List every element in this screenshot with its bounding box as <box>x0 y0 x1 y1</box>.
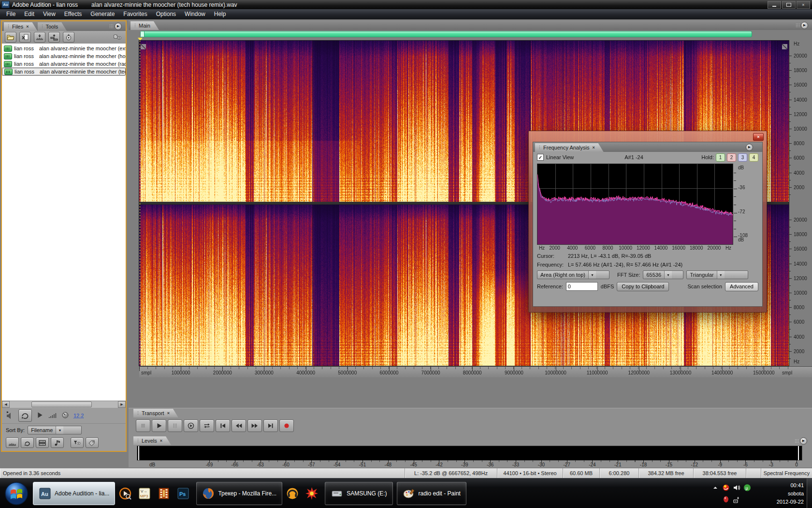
selection-grip-icon[interactable] <box>141 44 146 49</box>
tab-main[interactable]: Main <box>130 21 159 30</box>
selection-grip-icon[interactable] <box>782 44 787 49</box>
display-options-button[interactable] <box>112 32 123 42</box>
tab-levels[interactable]: Levels × <box>133 436 171 445</box>
show-audio-files-button[interactable] <box>6 437 19 448</box>
movie-clip-icon[interactable] <box>158 487 170 500</box>
hold-button-1[interactable]: 1 <box>716 153 725 162</box>
go-to-end-button[interactable] <box>263 419 278 432</box>
tab-close-icon[interactable]: × <box>592 145 594 150</box>
stop-button[interactable] <box>136 419 150 432</box>
fft-size-select[interactable]: 65536 ▼ <box>643 270 683 279</box>
menu-view[interactable]: View <box>39 9 60 19</box>
chevron-down-icon[interactable]: ▼ <box>588 271 596 279</box>
taskbar-button-audition[interactable]: AuAdobe Audition - lia... <box>33 482 115 505</box>
extract-audio-button[interactable] <box>63 32 74 43</box>
close-file-button[interactable] <box>19 32 31 43</box>
taskbar-button-firefox[interactable]: Трекер - Mozilla Fire... <box>196 482 282 505</box>
show-loop-files-button[interactable] <box>21 437 34 448</box>
file-list-item[interactable]: lian rossalan alvarez-minnie the moocher… <box>2 52 126 60</box>
menu-window[interactable]: Window <box>180 9 210 19</box>
launcher-star-icon[interactable] <box>305 487 318 500</box>
menu-effects[interactable]: Effects <box>60 9 86 19</box>
import-file-button[interactable] <box>34 32 45 43</box>
tab-transport[interactable]: Transport × <box>133 409 178 418</box>
network-icon[interactable] <box>733 495 740 503</box>
menu-favorites[interactable]: Favorites <box>119 9 151 19</box>
go-to-beginning-button[interactable] <box>216 419 230 432</box>
play-from-cursor-button[interactable] <box>184 419 198 432</box>
scan-selection-button[interactable]: Scan selection <box>688 284 723 289</box>
tab-tools[interactable]: Tools <box>38 22 67 31</box>
chevron-down-icon[interactable]: ▼ <box>56 426 63 434</box>
menu-help[interactable]: Help <box>210 9 231 19</box>
taskbar-clock[interactable]: 00:41 sobota 2012-09-22 <box>757 481 804 506</box>
taskbar-button-samsung-drive[interactable]: SAMSUNG (E:) <box>325 482 392 505</box>
taskbar-button-paint[interactable]: radio edit - Paint <box>397 482 466 505</box>
advanced-button[interactable]: Advanced <box>725 282 758 291</box>
files-panel-menu-button[interactable]: ▶ <box>109 23 124 30</box>
area-display-select[interactable]: Area (Right on top) ▼ <box>537 270 609 279</box>
open-file-button[interactable] <box>5 32 16 43</box>
preview-volume-link[interactable]: 12.2 <box>73 413 84 418</box>
tab-files[interactable]: Files × <box>4 22 38 31</box>
window-function-select[interactable]: Triangular ▼ <box>686 270 748 279</box>
show-desktop-button[interactable] <box>807 478 812 508</box>
audio-player-icon[interactable] <box>286 487 299 500</box>
reference-input[interactable] <box>566 282 598 291</box>
volume-icon[interactable] <box>733 484 740 492</box>
maximize-button[interactable] <box>782 1 796 9</box>
file-list-item[interactable]: lian rossalan alvarez-minnie the moocher… <box>2 45 126 52</box>
frequency-analysis-close-button[interactable]: × <box>753 133 764 141</box>
timeline-ruler[interactable]: smpl100000020000003000000400000050000006… <box>139 366 812 377</box>
menu-file[interactable]: File <box>2 9 20 19</box>
hold-button-4[interactable]: 4 <box>749 153 758 162</box>
scrollbar-track[interactable] <box>10 401 118 408</box>
file-list-item[interactable]: lian rossalan alvarez-minnie the moocher… <box>2 68 126 75</box>
preview-level-button[interactable] <box>48 411 57 420</box>
photoshop-icon[interactable]: Ps <box>177 487 189 500</box>
linear-view-checkbox[interactable]: ✓ <box>537 154 544 161</box>
insert-to-multitrack-button[interactable] <box>48 32 60 43</box>
show-midi-files-button[interactable] <box>51 437 64 448</box>
zoom-navigator-bar[interactable] <box>140 31 752 37</box>
close-button[interactable]: × <box>797 1 810 9</box>
record-button[interactable] <box>279 419 294 432</box>
video-to-mp3-icon[interactable]: V→MP3 <box>138 487 151 500</box>
pause-button[interactable] <box>168 419 182 432</box>
menu-edit[interactable]: Edit <box>20 9 39 19</box>
scrollbar-thumb[interactable] <box>31 402 92 407</box>
file-list-item[interactable]: lian rossalan alvarez-minnie the moocher… <box>2 60 126 68</box>
horizontal-scrollbar[interactable]: ◀ ▶ <box>2 401 126 408</box>
tab-close-icon[interactable]: × <box>167 411 170 416</box>
antivirus-icon[interactable] <box>722 484 730 492</box>
utorrent-icon[interactable]: µ <box>743 484 751 492</box>
frequency-analysis-window[interactable]: × Frequency Analysis × ▶ ✓ Linear View A… <box>528 131 767 313</box>
tab-frequency-analysis[interactable]: Frequency Analysis × <box>535 143 604 152</box>
menu-options[interactable]: Options <box>152 9 180 19</box>
menu-generate[interactable]: Generate <box>86 9 119 19</box>
show-video-files-button[interactable] <box>36 437 49 448</box>
media-player-icon[interactable] <box>119 487 131 500</box>
play-button[interactable] <box>152 419 166 432</box>
start-button[interactable] <box>4 481 29 506</box>
sort-by-select[interactable]: Filename ▼ <box>28 426 82 434</box>
hidden-icons-arrow-icon[interactable] <box>711 484 719 492</box>
main-panel-menu-button[interactable]: ▶ <box>796 22 810 29</box>
fast-forward-button[interactable] <box>247 419 262 432</box>
scroll-right-icon[interactable]: ▶ <box>118 401 126 408</box>
metadata-button[interactable] <box>86 437 99 448</box>
tab-close-icon[interactable]: × <box>160 438 162 443</box>
chevron-down-icon[interactable]: ▼ <box>664 271 672 279</box>
spectrum-plot-canvas[interactable] <box>537 164 733 245</box>
hold-button-3[interactable]: 3 <box>738 153 747 162</box>
minimize-button[interactable] <box>768 1 781 9</box>
chevron-down-icon[interactable]: ▼ <box>717 271 725 279</box>
update-alert-icon[interactable] <box>722 495 730 503</box>
preview-knob-button[interactable] <box>61 411 70 420</box>
copy-to-clipboard-button[interactable]: Copy to Clipboard <box>617 282 669 291</box>
levels-panel-menu-button[interactable]: ▶ <box>795 437 809 444</box>
filter-view-button[interactable] <box>71 437 84 448</box>
scroll-left-icon[interactable]: ◀ <box>2 401 10 408</box>
hold-button-2[interactable]: 2 <box>727 153 736 162</box>
fa-panel-menu-button[interactable]: ▶ <box>746 144 760 150</box>
